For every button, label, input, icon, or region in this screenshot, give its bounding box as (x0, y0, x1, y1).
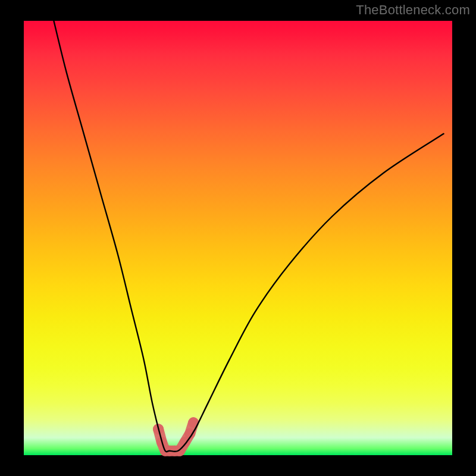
chart-frame: TheBottleneck.com (0, 0, 476, 476)
plot-area (24, 21, 452, 455)
bottleneck-curve (54, 21, 443, 452)
watermark-text: TheBottleneck.com (356, 2, 470, 18)
chart-svg (24, 21, 452, 455)
